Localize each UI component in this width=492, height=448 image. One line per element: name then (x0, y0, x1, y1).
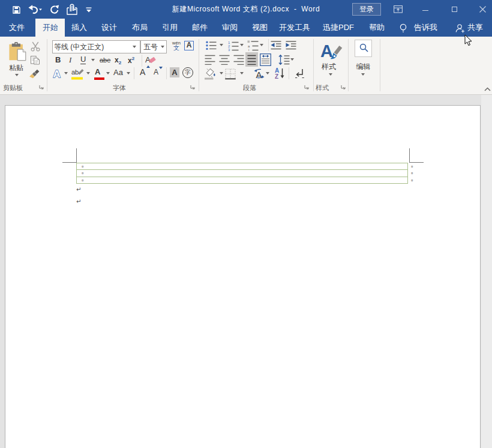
svg-text:A: A (53, 68, 61, 79)
svg-text:ab: ab (71, 68, 79, 76)
svg-text:1: 1 (228, 41, 230, 44)
svg-text:a: a (248, 44, 250, 48)
svg-text:A: A (320, 41, 333, 61)
svg-text:3: 3 (228, 48, 230, 51)
svg-text:Z: Z (275, 73, 278, 79)
svg-text:A: A (256, 70, 262, 80)
svg-text:i: i (248, 48, 249, 51)
